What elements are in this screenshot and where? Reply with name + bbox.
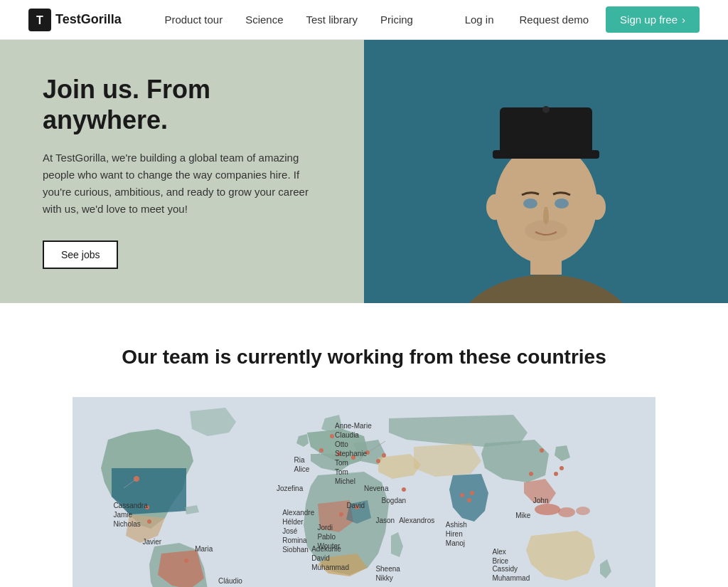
svg-point-40: [540, 448, 544, 453]
svg-point-19: [558, 507, 575, 517]
svg-point-15: [589, 194, 606, 220]
hero-title: Join us. From anywhere.: [43, 74, 321, 135]
svg-point-37: [467, 498, 471, 502]
logo[interactable]: T TestGorilla: [28, 9, 122, 31]
hero-left: Join us. From anywhere. At TestGorilla, …: [0, 40, 364, 303]
nav-pricing[interactable]: Pricing: [372, 9, 422, 30]
svg-point-13: [525, 220, 567, 241]
svg-point-36: [402, 487, 406, 492]
svg-point-39: [470, 491, 474, 495]
nav-links: Product tour Science Test library Pricin…: [156, 9, 421, 30]
nav-science[interactable]: Science: [237, 9, 291, 30]
see-jobs-button[interactable]: See jobs: [43, 240, 118, 269]
svg-point-22: [145, 505, 149, 509]
svg-point-20: [576, 507, 590, 515]
logo-icon: T: [28, 9, 51, 31]
hero-section: Join us. From anywhere. At TestGorilla, …: [0, 40, 728, 303]
svg-point-42: [554, 472, 558, 476]
nav-test-library[interactable]: Test library: [298, 9, 367, 30]
world-map: [73, 397, 655, 587]
svg-rect-9: [500, 107, 592, 154]
svg-point-12: [555, 199, 569, 208]
svg-point-2: [454, 275, 638, 303]
svg-point-23: [147, 519, 151, 524]
svg-point-38: [460, 493, 464, 497]
svg-point-41: [529, 472, 533, 476]
hero-person-image: [425, 40, 667, 303]
svg-text:T: T: [36, 14, 43, 26]
svg-point-30: [351, 455, 355, 460]
svg-point-14: [486, 194, 503, 220]
svg-point-43: [560, 466, 564, 470]
hero-description: At TestGorilla, we're building a global …: [43, 149, 313, 218]
nav-product-tour[interactable]: Product tour: [156, 9, 231, 30]
svg-point-10: [542, 106, 550, 113]
svg-point-11: [523, 199, 537, 208]
svg-point-34: [355, 505, 359, 509]
svg-point-18: [535, 504, 560, 515]
login-link[interactable]: Log in: [456, 9, 503, 30]
signup-button[interactable]: Sign up free ›: [606, 6, 700, 33]
svg-point-33: [382, 453, 386, 458]
world-section: Our team is currently working from these…: [0, 303, 728, 587]
svg-point-29: [337, 452, 341, 456]
hero-right: [364, 40, 728, 303]
navbar: T TestGorilla Product tour Science Test …: [0, 0, 728, 40]
nav-right: Log in Request demo Sign up free ›: [456, 6, 700, 33]
svg-point-32: [376, 459, 380, 463]
svg-point-7: [495, 143, 597, 264]
request-demo-link[interactable]: Request demo: [511, 9, 598, 30]
world-section-title: Our team is currently working from these…: [28, 346, 700, 369]
svg-point-35: [339, 512, 343, 517]
logo-text: TestGorilla: [55, 12, 122, 27]
world-map-container: CassandraJamieNicholas Javier Maria Cláu…: [73, 397, 655, 587]
arrow-icon: ›: [682, 14, 685, 26]
svg-point-24: [184, 559, 188, 563]
